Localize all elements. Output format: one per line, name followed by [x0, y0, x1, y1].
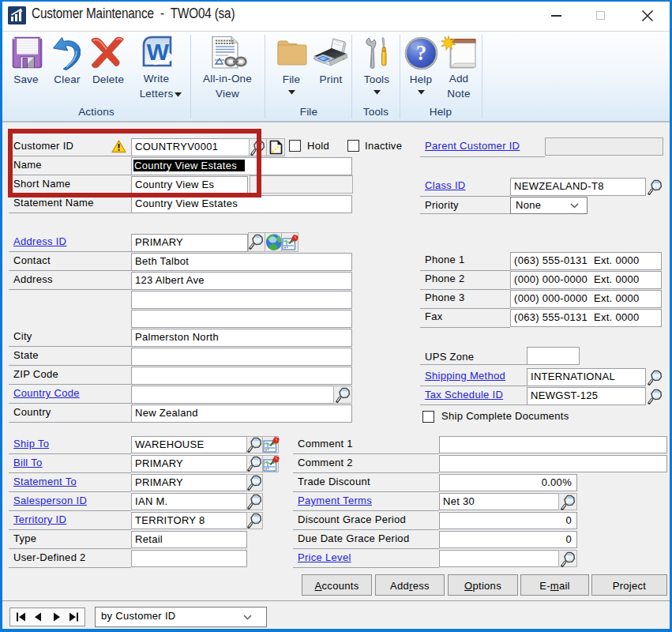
svg-text:W: W: [147, 39, 170, 65]
svg-text:?: ?: [416, 41, 427, 65]
